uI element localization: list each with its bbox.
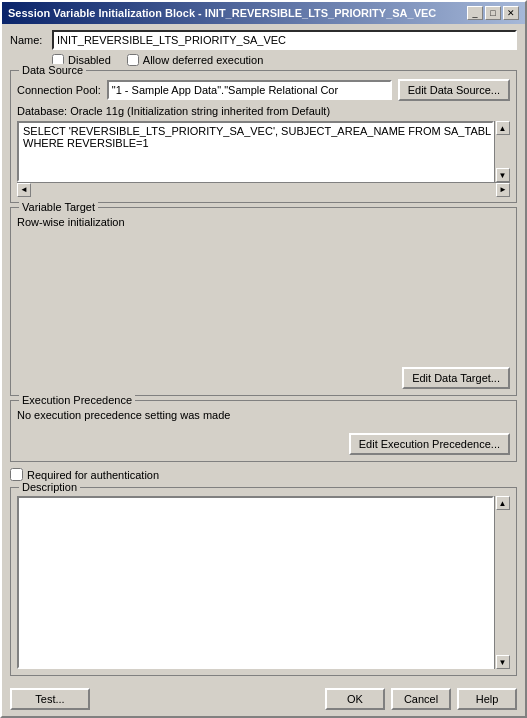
auth-checkbox[interactable] (10, 468, 23, 481)
close-button[interactable]: ✕ (503, 6, 519, 20)
execution-precedence-footer: Edit Execution Precedence... (17, 433, 510, 455)
description-input[interactable] (17, 496, 494, 669)
sql-scroll-up-button[interactable]: ▲ (496, 121, 510, 135)
conn-pool-row: Connection Pool: Edit Data Source... (17, 79, 510, 101)
deferred-checkbox-item: Allow deferred execution (127, 54, 263, 66)
execution-precedence-content: No execution precedence setting was made (17, 409, 510, 429)
conn-pool-input[interactable] (107, 80, 392, 100)
db-info: Database: Oracle 11g (Initialization str… (17, 105, 510, 117)
desc-scroll-down-button[interactable]: ▼ (496, 655, 510, 669)
bottom-buttons-bar: Test... OK Cancel Help (2, 682, 525, 716)
data-source-group: Data Source Connection Pool: Edit Data S… (10, 70, 517, 203)
cancel-button[interactable]: Cancel (391, 688, 451, 710)
name-label: Name: (10, 34, 46, 46)
deferred-checkbox[interactable] (127, 54, 139, 66)
ok-button[interactable]: OK (325, 688, 385, 710)
sql-text[interactable]: SELECT 'REVERSIBLE_LTS_PRIORITY_SA_VEC',… (17, 121, 494, 182)
execution-precedence-group: Execution Precedence No execution preced… (10, 400, 517, 462)
sql-container: SELECT 'REVERSIBLE_LTS_PRIORITY_SA_VEC',… (17, 121, 510, 196)
sql-vertical-scrollbar: ▲ ▼ (494, 121, 510, 182)
edit-data-source-button[interactable]: Edit Data Source... (398, 79, 510, 101)
title-bar: Session Variable Initialization Block - … (2, 2, 525, 24)
bottom-right-buttons: OK Cancel Help (325, 688, 517, 710)
desc-vertical-scrollbar: ▲ ▼ (494, 496, 510, 669)
window-title: Session Variable Initialization Block - … (8, 7, 436, 19)
conn-pool-label: Connection Pool: (17, 84, 101, 96)
variable-target-content: Row-wise initialization (17, 216, 510, 363)
name-input[interactable] (52, 30, 517, 50)
variable-target-group-label: Variable Target (19, 201, 98, 213)
title-bar-buttons: _ □ ✕ (467, 6, 519, 20)
variable-target-group: Variable Target Row-wise initialization … (10, 207, 517, 396)
name-row: Name: (10, 30, 517, 50)
sql-scroll-down-button[interactable]: ▼ (496, 168, 510, 182)
sql-horizontal-scrollbar: ◄ ► (17, 182, 510, 196)
desc-scroll-up-button[interactable]: ▲ (496, 496, 510, 510)
execution-precedence-group-label: Execution Precedence (19, 394, 135, 406)
maximize-button[interactable]: □ (485, 6, 501, 20)
test-button[interactable]: Test... (10, 688, 90, 710)
description-container: ▲ ▼ (17, 496, 510, 669)
edit-execution-precedence-button[interactable]: Edit Execution Precedence... (349, 433, 510, 455)
sql-scroll-left-button[interactable]: ◄ (17, 183, 31, 197)
main-content: Name: Disabled Allow deferred execution … (2, 24, 525, 682)
description-group: Description ▲ ▼ (10, 487, 517, 676)
main-window: Session Variable Initialization Block - … (0, 0, 527, 718)
minimize-button[interactable]: _ (467, 6, 483, 20)
auth-row: Required for authentication (10, 466, 517, 483)
auth-label: Required for authentication (27, 469, 159, 481)
description-group-label: Description (19, 481, 80, 493)
variable-target-footer: Edit Data Target... (17, 367, 510, 389)
edit-data-target-button[interactable]: Edit Data Target... (402, 367, 510, 389)
sql-main-area: SELECT 'REVERSIBLE_LTS_PRIORITY_SA_VEC',… (17, 121, 510, 182)
sql-scroll-right-button[interactable]: ► (496, 183, 510, 197)
help-button[interactable]: Help (457, 688, 517, 710)
data-source-group-label: Data Source (19, 64, 86, 76)
deferred-label: Allow deferred execution (143, 54, 263, 66)
